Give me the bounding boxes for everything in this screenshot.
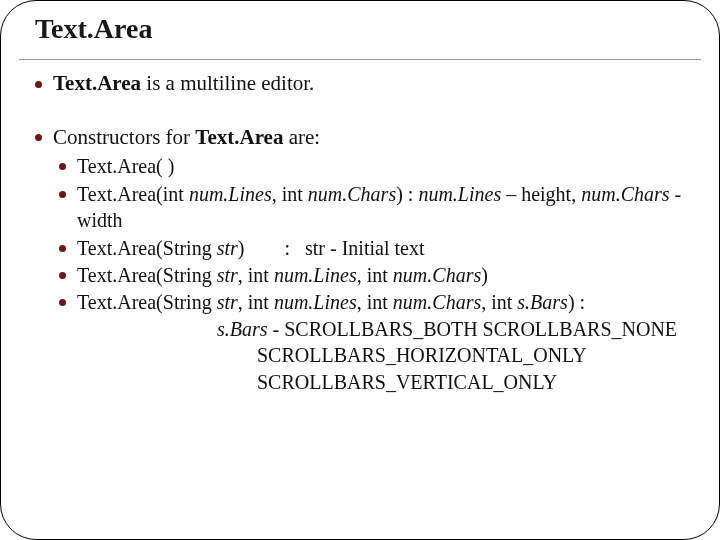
c2c: int: [277, 183, 308, 205]
bullet-intro: Text.Area is a multiline editor.: [29, 70, 691, 98]
ctor-suffix: are:: [283, 125, 320, 149]
intro-bold: Text.Area: [53, 71, 141, 95]
c4g: ): [481, 264, 488, 286]
slide-frame: Text.Area Text.Area is a multiline edito…: [0, 0, 720, 540]
c2f: num.Lines: [418, 183, 501, 205]
c4d: num.Lines: [274, 264, 357, 286]
ctor-1: Text.Area( ): [53, 153, 691, 179]
c5f: num.Chars: [393, 291, 481, 313]
ctor-3: Text.Area(String str) : str - Initial te…: [53, 235, 691, 261]
c5h: s.Bars: [517, 291, 568, 313]
content-list: Text.Area is a multiline editor. Constru…: [29, 70, 691, 395]
c4f: num.Chars: [393, 264, 481, 286]
bullet-constructors: Constructors for Text.Area are: Text.Are…: [29, 124, 691, 395]
ctor-prefix: Constructors for: [53, 125, 195, 149]
c5i: ) :: [568, 291, 585, 313]
c2h: num.Chars: [581, 183, 669, 205]
c5b: str: [217, 291, 238, 313]
c4c: , int: [238, 264, 274, 286]
c5a: Text.Area(String: [77, 291, 217, 313]
c2d: num.Chars: [308, 183, 396, 205]
sbars-label-a: s.Bars: [217, 318, 268, 340]
slide-title: Text.Area: [35, 13, 691, 45]
ctor-4: Text.Area(String str, int num.Lines, int…: [53, 262, 691, 288]
intro-rest: is a multiline editor.: [141, 71, 314, 95]
c5g: , int: [481, 291, 517, 313]
ctor-5: Text.Area(String str, int num.Lines, int…: [53, 289, 691, 395]
c4a: Text.Area(String: [77, 264, 217, 286]
sbars-line1: s.Bars - SCROLLBARS_BOTH SCROLLBARS_NONE: [77, 316, 691, 342]
c5d: num.Lines: [274, 291, 357, 313]
sbars-line2: SCROLLBARS_HORIZONTAL_ONLY: [77, 342, 691, 368]
c3-desc: : str - Initial text: [244, 237, 424, 259]
c5c: , int: [238, 291, 274, 313]
ctor-1-text: Text.Area( ): [77, 155, 174, 177]
c4e: , int: [357, 264, 393, 286]
c2a: Text.Area(int: [77, 183, 189, 205]
c2b: num.Lines,: [189, 183, 277, 205]
constructor-list: Text.Area( ) Text.Area(int num.Lines, in…: [53, 153, 691, 395]
sbars-line3: SCROLLBARS_VERTICAL_ONLY: [77, 369, 691, 395]
divider: [19, 59, 701, 60]
c3a: Text.Area(String: [77, 237, 217, 259]
ctor-2: Text.Area(int num.Lines, int num.Chars) …: [53, 181, 691, 234]
c2e: ) :: [396, 183, 418, 205]
sbars-label-b: - SCROLLBARS_BOTH SCROLLBARS_NONE: [268, 318, 678, 340]
c5e: , int: [357, 291, 393, 313]
c3b: str: [217, 237, 238, 259]
c2g: – height,: [501, 183, 581, 205]
c4b: str: [217, 264, 238, 286]
ctor-bold: Text.Area: [195, 125, 283, 149]
